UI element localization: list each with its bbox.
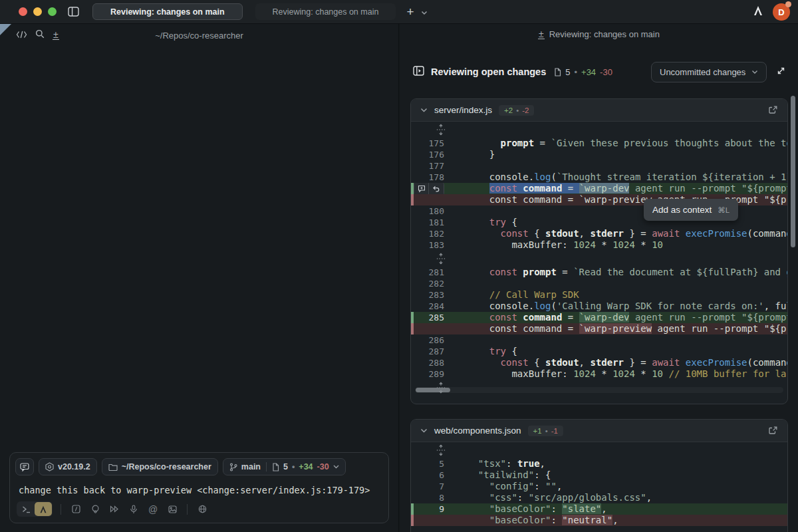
panel-icon	[413, 66, 424, 78]
branch-label: main	[241, 462, 261, 471]
avatar[interactable]: D	[773, 3, 790, 21]
additions-count: +2	[504, 106, 513, 114]
line-number: 288	[411, 357, 444, 368]
code-text: try {	[467, 346, 787, 357]
deletions-count: -30	[317, 462, 329, 471]
diff-card-header[interactable]: web/components.json +1 • -1	[411, 420, 787, 442]
hunk-separator	[411, 122, 787, 138]
node-version-pill[interactable]: v20.19.2	[39, 458, 97, 475]
terminal-mode-button[interactable]	[17, 502, 35, 516]
notification-dot	[785, 1, 791, 7]
expand-hunk-icon[interactable]	[436, 444, 446, 458]
close-window-button[interactable]	[19, 7, 27, 16]
diff-line-add: 9 "baseColor": "slate",	[411, 503, 787, 515]
code-text: console.log('Calling Warp SDK for note c…	[467, 301, 787, 312]
diff-line-add: 179 const command = `warp-dev agent run …	[411, 183, 787, 194]
prompt-loop-icon[interactable]	[88, 503, 102, 516]
commit-filter-dropdown[interactable]: Uncommitted changes	[651, 62, 767, 82]
code-text: prompt = `Given these previous thoughts …	[467, 138, 787, 149]
separator: •	[574, 67, 577, 77]
diff-line-ctx: 178 console.log(`Thought stream iteratio…	[411, 172, 787, 183]
line-number: 285	[411, 312, 444, 323]
divider	[61, 504, 61, 515]
diff-line-add: 285 const command = `warp-dev agent run …	[411, 312, 787, 323]
line-number: 5	[411, 458, 444, 469]
diff-line-ctx: 175 prompt = `Given these previous thoug…	[411, 138, 787, 149]
deletions-count: -2	[522, 106, 529, 114]
tab-reviewing-changes-2[interactable]: Reviewing: changes on main	[255, 3, 396, 20]
hunk-separator	[411, 251, 787, 267]
code-text: "tsx": true,	[467, 458, 787, 469]
image-attach-icon[interactable]	[166, 503, 179, 516]
line-action-buttons	[414, 183, 444, 194]
code-text: }	[467, 149, 787, 160]
file-icon	[272, 463, 279, 471]
collapse-chevron-icon[interactable]	[420, 428, 428, 433]
dropdown-value: Uncommitted changes	[660, 67, 745, 77]
expand-hunk-icon[interactable]	[436, 253, 446, 267]
line-number: 9	[411, 503, 444, 515]
code-text: try {	[467, 217, 787, 228]
line-number: 283	[411, 289, 444, 301]
code-text: "baseColor": "neutral",	[467, 515, 787, 526]
line-number	[411, 323, 444, 334]
code-text	[467, 205, 787, 217]
add-as-context-tooltip[interactable]: Add as context ⌘L	[644, 199, 738, 221]
git-status-pill[interactable]: main 5 • +34 -30	[223, 458, 346, 475]
add-comment-button[interactable]	[414, 183, 429, 194]
microphone-icon[interactable]	[127, 503, 140, 516]
line-number: 180	[411, 205, 444, 217]
tab-list-chevron-icon[interactable]	[421, 6, 428, 18]
open-file-icon[interactable]	[768, 105, 778, 115]
changed-file-count: 5	[565, 67, 570, 77]
node-version-label: v20.19.2	[58, 462, 90, 471]
fast-forward-icon[interactable]	[108, 503, 121, 516]
mode-segmented-control	[17, 501, 53, 517]
slash-command-icon[interactable]	[69, 503, 82, 516]
globe-icon[interactable]	[196, 503, 209, 516]
diff-line-ctx: 183 maxBuffer: 1024 * 1024 * 10	[411, 239, 787, 251]
diff-stats-badge: +1 • -1	[528, 426, 563, 436]
search-icon[interactable]	[35, 29, 45, 41]
line-number: 289	[411, 368, 444, 380]
maximize-window-button[interactable]	[48, 7, 57, 16]
changed-file-count: 5	[283, 462, 288, 471]
folder-icon	[108, 463, 118, 471]
node-icon	[45, 462, 54, 471]
line-number: 8	[411, 492, 444, 503]
revert-change-button[interactable]	[429, 183, 444, 194]
diff-card-server-index: server/index.js +2 • -2 Add as context ⌘…	[410, 98, 788, 404]
diff-icon[interactable]: ±	[53, 31, 59, 40]
warp-logo-icon	[753, 5, 763, 19]
expand-hunk-icon[interactable]	[436, 382, 446, 396]
line-number: 284	[411, 301, 444, 312]
directory-pill[interactable]: ~/Repos/co-researcher	[102, 458, 218, 475]
open-file-icon[interactable]	[768, 426, 778, 436]
additions-count: +1	[533, 427, 542, 435]
file-icon	[554, 68, 561, 76]
diff-line-ctx: 5 "tsx": true,	[411, 458, 787, 469]
tab-reviewing-changes-1[interactable]: Reviewing: changes on main	[92, 3, 243, 20]
code-text: const command = `warp-preview agent run …	[467, 323, 787, 334]
diff-line-ctx: 283 // Call Warp SDK	[411, 289, 787, 301]
code-blocks-icon[interactable]	[16, 29, 27, 41]
vertical-scrollbar[interactable]	[791, 96, 795, 247]
diff-card-header[interactable]: server/index.js +2 • -2	[411, 99, 787, 122]
command-input[interactable]: change this back to warp-preview <change…	[19, 485, 380, 495]
chat-toggle-button[interactable]	[15, 458, 34, 475]
terminal-pane: ± ~/Repos/co-researcher v20.19.2 ~/Repos…	[0, 24, 399, 532]
expand-panel-icon[interactable]	[776, 66, 786, 78]
sidebar-toggle-icon[interactable]	[66, 5, 80, 19]
collapse-chevron-icon[interactable]	[420, 108, 428, 112]
tab-label: Reviewing: changes on main	[273, 7, 379, 17]
agent-mode-button[interactable]	[35, 502, 52, 516]
separator: •	[545, 427, 548, 435]
hunk-separator	[411, 442, 787, 458]
minimize-window-button[interactable]	[33, 7, 42, 16]
diff-line-ctx: 289 maxBuffer: 1024 * 1024 * 10 // 10MB …	[411, 368, 787, 380]
line-number: 286	[411, 334, 444, 346]
expand-hunk-icon[interactable]	[436, 124, 446, 138]
divider	[187, 504, 188, 515]
new-tab-button[interactable]: +	[406, 5, 414, 18]
mention-icon[interactable]: @	[146, 503, 160, 516]
